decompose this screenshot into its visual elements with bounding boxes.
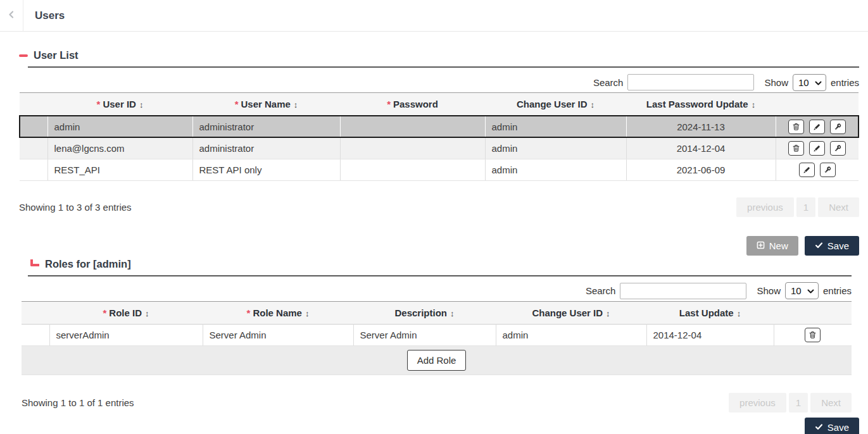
page-number[interactable]: 1 xyxy=(796,197,815,217)
cell-user-name: administrator xyxy=(192,137,340,159)
role-search-input[interactable] xyxy=(620,283,746,299)
cell-change-user-id: admin xyxy=(485,116,626,137)
header-change-user-id[interactable]: Change User ID↕ xyxy=(496,301,646,324)
sub-section-icon xyxy=(30,259,39,266)
chevron-down-icon xyxy=(815,77,822,88)
user-page-size-select[interactable]: 10 xyxy=(793,74,826,91)
next-page-button[interactable]: Next xyxy=(810,393,852,412)
edit-user-button[interactable] xyxy=(809,120,825,134)
page-number[interactable]: 1 xyxy=(789,393,808,412)
header-last-update[interactable]: Last Update↕ xyxy=(646,301,774,324)
previous-page-button[interactable]: previous xyxy=(729,393,786,412)
cell-role-id: serverAdmin xyxy=(49,324,203,345)
delete-role-button[interactable] xyxy=(805,328,821,342)
check-icon xyxy=(815,240,823,251)
pencil-icon xyxy=(803,166,811,174)
cell-change-user-id: admin xyxy=(485,159,626,180)
header-last-password-update[interactable]: Last Password Update↕ xyxy=(626,93,776,116)
section-divider xyxy=(28,66,859,68)
top-bar: Users xyxy=(0,0,868,32)
password-key-button[interactable] xyxy=(820,163,836,177)
delete-user-button[interactable] xyxy=(788,120,804,134)
pencil-icon xyxy=(813,123,821,131)
edit-user-button[interactable] xyxy=(809,141,825,156)
cell-password xyxy=(340,137,485,159)
cell-change-user-id: admin xyxy=(496,324,646,345)
collapse-section-icon[interactable] xyxy=(19,54,28,57)
next-page-button[interactable]: Next xyxy=(818,197,859,217)
sort-icon: ↕ xyxy=(139,100,144,109)
key-icon xyxy=(834,144,842,152)
cell-role-name: Server Admin xyxy=(203,324,353,345)
roles-section: Roles for [admin] Search Show 10 entries… xyxy=(22,258,852,412)
roles-table-summary: Showing 1 to 1 of 1 entries xyxy=(22,397,134,408)
entries-label: entries xyxy=(823,285,852,296)
role-page-size-select[interactable]: 10 xyxy=(785,282,819,299)
password-key-button[interactable] xyxy=(830,141,846,156)
page-title: Users xyxy=(35,9,65,22)
sort-icon: ↕ xyxy=(606,309,610,318)
user-table-summary: Showing 1 to 3 of 3 entries xyxy=(19,202,132,213)
user-row[interactable]: admin administrator admin 2024-11-13 xyxy=(20,116,859,137)
header-password[interactable]: *Password xyxy=(340,93,485,116)
header-change-user-id[interactable]: Change User ID↕ xyxy=(485,93,626,116)
section-divider xyxy=(28,275,852,276)
add-role-button[interactable]: Add Role xyxy=(407,350,467,371)
roles-pagination: previous 1 Next xyxy=(729,393,852,412)
trash-icon xyxy=(792,144,800,152)
header-select-col xyxy=(22,301,49,324)
header-user-id[interactable]: *User ID↕ xyxy=(47,93,192,116)
header-description[interactable]: Description↕ xyxy=(353,301,496,324)
show-label: Show xyxy=(757,285,781,296)
edit-user-button[interactable] xyxy=(799,163,815,177)
user-row[interactable]: lena@lgcns.com administrator admin 2014-… xyxy=(20,137,859,159)
cell-last-password-update: 2014-12-04 xyxy=(626,137,776,159)
previous-page-button[interactable]: previous xyxy=(736,197,794,217)
sort-icon: ↕ xyxy=(145,309,149,318)
delete-user-button[interactable] xyxy=(788,141,804,156)
header-actions-col xyxy=(776,93,859,116)
cell-last-password-update: 2021-06-09 xyxy=(626,159,776,180)
search-label: Search xyxy=(586,285,616,296)
cell-password xyxy=(340,116,485,137)
user-table-header-row: *User ID↕ *User Name↕ *Password Change U… xyxy=(20,93,859,116)
sort-icon: ↕ xyxy=(752,100,756,109)
add-role-row: Add Role xyxy=(22,345,852,375)
roles-table-header-row: *Role ID↕ *Role Name↕ Description↕ Chang… xyxy=(22,301,852,324)
search-label: Search xyxy=(593,77,624,88)
cell-user-id: REST_API xyxy=(47,159,192,180)
save-roles-button[interactable]: Save xyxy=(805,418,859,434)
sort-icon: ↕ xyxy=(591,100,595,109)
key-icon xyxy=(824,166,832,174)
back-button[interactable] xyxy=(0,0,23,31)
cell-change-user-id: admin xyxy=(485,137,626,159)
sort-icon: ↕ xyxy=(305,309,310,318)
header-user-name[interactable]: *User Name↕ xyxy=(192,93,340,116)
new-user-button[interactable]: New xyxy=(746,236,798,256)
chevron-down-icon xyxy=(807,285,814,296)
entries-label: entries xyxy=(831,77,859,88)
plus-square-icon xyxy=(757,240,765,251)
cell-last-password-update: 2024-11-13 xyxy=(626,116,776,137)
header-role-id[interactable]: *Role ID↕ xyxy=(49,301,203,324)
cell-user-id: lena@lgcns.com xyxy=(47,137,192,159)
cell-last-update: 2014-12-04 xyxy=(646,324,774,345)
cell-user-name: administrator xyxy=(192,116,340,137)
header-role-name[interactable]: *Role Name↕ xyxy=(203,301,353,324)
trash-icon xyxy=(792,123,800,131)
cell-user-id: admin xyxy=(47,116,192,137)
roles-table: *Role ID↕ *Role Name↕ Description↕ Chang… xyxy=(22,301,852,375)
check-icon xyxy=(815,422,823,433)
role-row[interactable]: serverAdmin Server Admin Server Admin ad… xyxy=(22,324,852,345)
header-select-col xyxy=(20,93,47,116)
user-list-section: User List Search Show 10 entries *User I… xyxy=(19,49,859,256)
user-row[interactable]: REST_API REST API only admin 2021-06-09 xyxy=(20,159,859,180)
cell-user-name: REST API only xyxy=(192,159,340,180)
user-search-input[interactable] xyxy=(627,74,754,90)
password-key-button[interactable] xyxy=(830,120,846,134)
save-users-button[interactable]: Save xyxy=(805,236,859,256)
user-pagination: previous 1 Next xyxy=(736,197,859,217)
user-table: *User ID↕ *User Name↕ *Password Change U… xyxy=(19,92,859,181)
key-icon xyxy=(834,123,842,131)
trash-icon xyxy=(808,331,817,339)
